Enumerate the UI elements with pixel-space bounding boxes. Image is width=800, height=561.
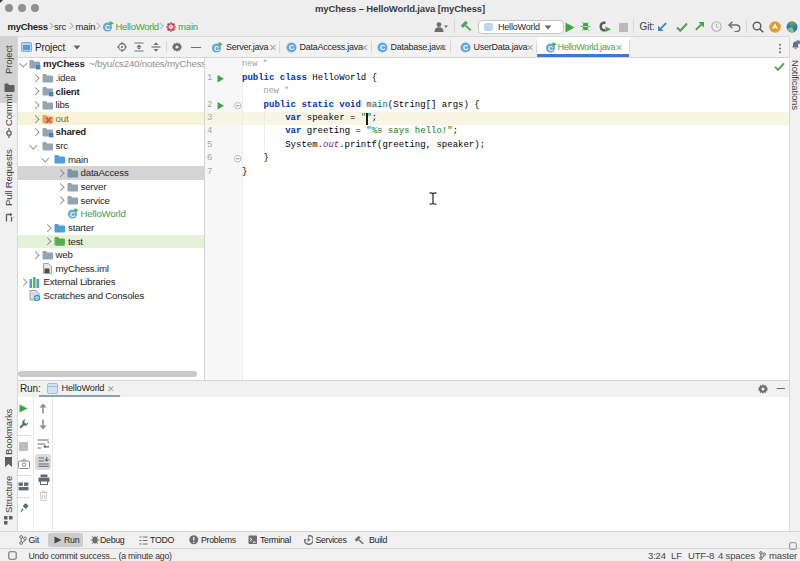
svg-text:C: C bbox=[548, 45, 553, 52]
svg-text:C: C bbox=[214, 45, 219, 52]
svg-text:C: C bbox=[462, 44, 467, 51]
svg-text:C: C bbox=[379, 44, 384, 51]
svg-text:C: C bbox=[70, 211, 75, 218]
svg-text:C: C bbox=[288, 44, 293, 51]
svg-text:C: C bbox=[105, 24, 110, 31]
